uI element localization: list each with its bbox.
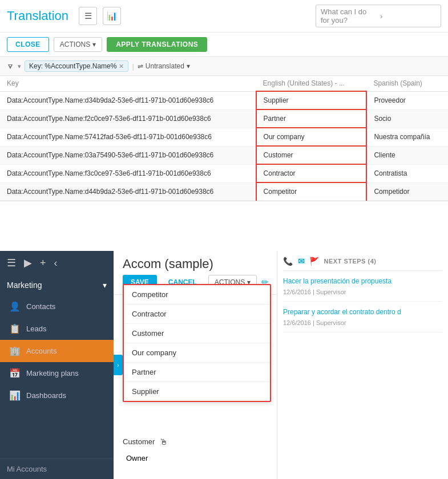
sidebar-item-label: Contacts — [26, 302, 55, 311]
col-key-header: Key — [0, 76, 256, 91]
key-cell: Data:AccountType.Name:57412fad-53e6-df11… — [0, 128, 256, 146]
search-placeholder: What can I do for you? — [321, 7, 377, 25]
spanish-cell: Nuestra compañía — [366, 128, 448, 146]
spanish-cell: Proveedor — [366, 91, 448, 109]
filter-translated-chevron-icon: ▾ — [187, 62, 190, 70]
actions-chevron-icon: ▾ — [92, 40, 96, 48]
accounts-icon: 🏢 — [9, 346, 21, 356]
apply-translations-button[interactable]: APPLY TRANSLATIONS — [107, 37, 207, 52]
marketing-dropdown[interactable]: Marketing ▾ — [0, 275, 114, 295]
actions-button[interactable]: ACTIONS ▾ — [54, 37, 102, 52]
sidebar-item-dashboards[interactable]: 📊Dashboards — [0, 384, 114, 407]
filter-separator: | — [132, 62, 134, 71]
back-icon[interactable]: ‹ — [54, 257, 58, 269]
english-cell[interactable]: Our company — [256, 128, 367, 146]
main-content: Accom (sample) SAVE CANCEL ACTIONS ▾ ✏ C… — [114, 251, 277, 479]
dashboards-icon: 📊 — [9, 390, 21, 401]
col-spanish-header: Spanish (Spain) — [366, 76, 448, 91]
sidebar-item-accounts[interactable]: 🏢Accounts — [0, 340, 114, 362]
key-cell: Data:AccountType.Name:03a75490-53e6-df11… — [0, 146, 256, 164]
key-cell: Data:AccountType.Name:f3c0ce97-53e6-df11… — [0, 164, 256, 182]
key-cell: Data:AccountType.Name:d34b9da2-53e6-df11… — [0, 91, 256, 109]
actions-label: ACTIONS — [60, 40, 90, 48]
translation-table: Key English (United States) - ... Spanis… — [0, 76, 448, 201]
crm-header: Accom (sample) — [114, 251, 277, 275]
table-row: Data:AccountType.Name:d34b9da2-53e6-df11… — [0, 91, 448, 109]
list-view-button[interactable]: ☰ — [79, 7, 97, 25]
table-row: Data:AccountType.Name:57412fad-53e6-df11… — [0, 128, 448, 146]
sidebar-item-label: Dashboards — [26, 391, 66, 400]
next-steps-label: NEXT STEPS (4) — [324, 258, 377, 265]
filter-icon: ⛛ — [7, 62, 14, 71]
table-row: Data:AccountType.Name:d44b9da2-53e6-df11… — [0, 182, 448, 201]
sidebar-item-marketing-plans[interactable]: 📅Marketing plans — [0, 362, 114, 384]
account-type-dropdown: CompetitorContractorCustomerOur companyP… — [123, 284, 271, 402]
activity-text-1: Hacer la presentación de propuesta — [283, 277, 442, 286]
spanish-cell: Socio — [366, 109, 448, 128]
english-cell[interactable]: Competitor — [256, 182, 367, 201]
dropdown-item-contractor[interactable]: Contractor — [124, 305, 270, 324]
leads-icon: 📋 — [9, 323, 21, 334]
spanish-cell: Contratista — [366, 164, 448, 182]
next-steps-header: 📞 ✉ 🚩 NEXT STEPS (4) — [283, 257, 442, 271]
sidebar-expand-arrow[interactable]: › — [114, 355, 123, 375]
crm-panel: ☰ ▶ + ‹ Marketing ▾ 👤Contacts📋Leads🏢Acco… — [0, 251, 448, 479]
dropdown-item-customer[interactable]: Customer — [124, 324, 270, 343]
sidebar-item-label: Leads — [26, 324, 46, 333]
sidebar-item-label: Accounts — [26, 347, 56, 355]
mi-accounts-label: Mi Accounts — [0, 458, 114, 479]
key-cell: Data:AccountType.Name:d44b9da2-53e6-df11… — [0, 182, 256, 201]
sidebar-item-label: Marketing plans — [26, 369, 79, 377]
close-button[interactable]: CLOSE — [7, 37, 49, 52]
marketing-label: Marketing — [7, 281, 42, 290]
translation-header: Translation ☰ 📊 What can I do for you? › — [0, 0, 448, 33]
search-bar: What can I do for you? › — [316, 5, 441, 27]
chart-view-button[interactable]: 📊 — [103, 7, 121, 25]
key-cell: Data:AccountType.Name:f2c0ce97-53e6-df11… — [0, 109, 256, 128]
sidebar-item-contacts[interactable]: 👤Contacts — [0, 295, 114, 318]
marketing-plans-icon: 📅 — [9, 368, 21, 379]
filter-bar: ⛛ ▾ Key: %AccountType.Name% ✕ | ⇌ Untran… — [0, 57, 448, 76]
customer-field-value: Customer — [123, 437, 155, 446]
flag-icon: 🚩 — [309, 257, 320, 266]
filter-translated-label: Untranslated — [146, 62, 184, 70]
key-filter-tag[interactable]: Key: %AccountType.Name% ✕ — [25, 60, 128, 72]
sidebar-top: ☰ ▶ + ‹ — [0, 251, 114, 275]
activity-meta-1: 12/6/2016 | Supervisor — [283, 289, 442, 295]
translation-toolbar: CLOSE ACTIONS ▾ APPLY TRANSLATIONS — [0, 33, 448, 57]
phone-icon: 📞 — [283, 257, 293, 266]
marketing-chevron-icon: ▾ — [103, 281, 107, 290]
activity-card-1: Hacer la presentación de propuesta 12/6/… — [283, 271, 442, 302]
english-cell[interactable]: Customer — [256, 146, 367, 164]
right-panel: 📞 ✉ 🚩 NEXT STEPS (4) Hacer la presentaci… — [277, 251, 448, 479]
activity-text-2: Preparar y acordar el contrato dentro d — [283, 307, 442, 317]
dropdown-item-competitor[interactable]: Competitor — [124, 285, 270, 305]
cursor-icon: 🖱 — [159, 437, 168, 446]
play-icon[interactable]: ▶ — [24, 257, 32, 269]
search-arrow-icon: › — [380, 12, 436, 21]
english-cell[interactable]: Partner — [256, 109, 367, 128]
key-filter-label: Key: %AccountType.Name% — [29, 62, 116, 70]
menu-icon[interactable]: ☰ — [7, 257, 16, 269]
english-cell[interactable]: Contractor — [256, 164, 367, 182]
dropdown-item-our-company[interactable]: Our company — [124, 343, 270, 363]
sidebar: ☰ ▶ + ‹ Marketing ▾ 👤Contacts📋Leads🏢Acco… — [0, 251, 114, 479]
english-cell[interactable]: Supplier — [256, 91, 367, 109]
dropdown-item-partner[interactable]: Partner — [124, 363, 270, 382]
add-icon[interactable]: + — [40, 257, 46, 269]
untranslated-filter[interactable]: ⇌ Untranslated ▾ — [138, 62, 190, 70]
col-english-header: English (United States) - ... — [256, 76, 367, 91]
key-filter-remove-icon[interactable]: ✕ — [119, 63, 124, 70]
activity-meta-2: 12/6/2016 | Supervisor — [283, 319, 442, 326]
filter-translated-icon: ⇌ — [138, 62, 143, 70]
translation-panel: Translation ☰ 📊 What can I do for you? ›… — [0, 0, 448, 201]
translation-title: Translation — [7, 9, 68, 23]
sidebar-item-leads[interactable]: 📋Leads — [0, 318, 114, 340]
sidebar-nav: 👤Contacts📋Leads🏢Accounts📅Marketing plans… — [0, 295, 114, 407]
table-row: Data:AccountType.Name:f3c0ce97-53e6-df11… — [0, 164, 448, 182]
mail-icon: ✉ — [298, 257, 305, 266]
dropdown-item-supplier[interactable]: Supplier — [124, 382, 270, 401]
activity-card-2: Preparar y acordar el contrato dentro d … — [283, 302, 442, 332]
filter-arrow-icon: ▾ — [18, 63, 21, 70]
table-row: Data:AccountType.Name:03a75490-53e6-df11… — [0, 146, 448, 164]
